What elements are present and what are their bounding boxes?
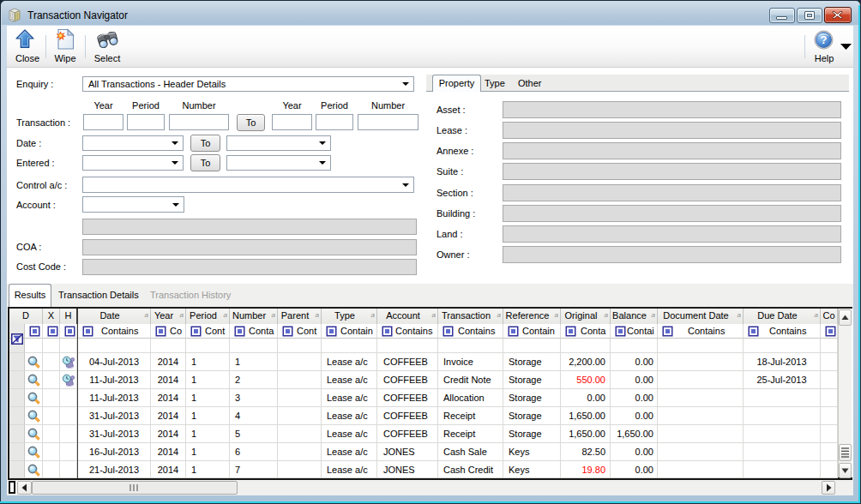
svg-text:?: ? [821, 33, 828, 46]
